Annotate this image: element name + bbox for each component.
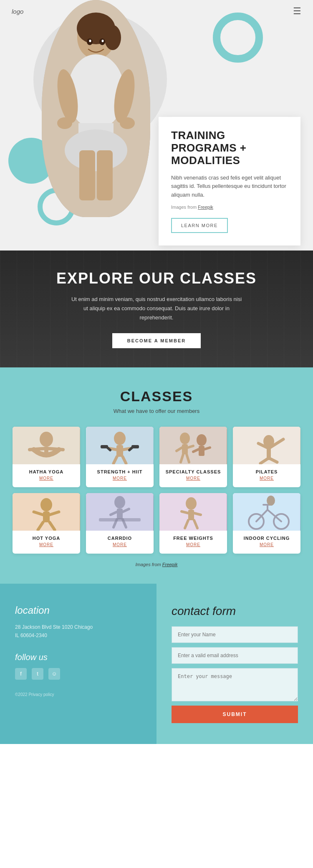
class-card-cardio: CARRDIO MORE <box>86 493 154 554</box>
svg-line-22 <box>46 448 63 450</box>
svg-rect-54 <box>43 511 50 522</box>
class-card-free-weights: FREE WEIGHTS MORE <box>159 493 227 554</box>
svg-rect-13 <box>97 150 113 200</box>
svg-point-53 <box>40 498 52 511</box>
become-member-button[interactable]: BECOME A MEMBER <box>112 333 201 348</box>
class-more-indoor-cycling[interactable]: MORE <box>260 542 274 547</box>
svg-rect-36 <box>182 444 188 454</box>
class-name-cardio: CARRDIO <box>108 536 132 541</box>
facebook-icon[interactable]: f <box>15 668 27 680</box>
class-image-hot-yoga <box>13 493 80 531</box>
contact-form-title: contact form <box>172 605 298 618</box>
hero-title: TRAINING PROGRAMS + MODALITIES <box>171 129 288 167</box>
class-more-strength-hiit[interactable]: MORE <box>113 476 127 481</box>
svg-rect-61 <box>117 509 123 519</box>
svg-rect-69 <box>188 510 194 520</box>
svg-line-70 <box>182 511 188 513</box>
classes-section: CLASSES What we have to offer our member… <box>0 367 313 584</box>
follow-us-title: follow us <box>15 653 141 662</box>
contact-name-input[interactable] <box>172 626 298 643</box>
freepik-link[interactable]: Freepik <box>198 205 213 210</box>
location-panel: location 28 Jackson Blvd Ste 1020 Chicag… <box>0 584 156 744</box>
class-image-specialty <box>159 427 227 464</box>
class-card-indoor-cycling: INDOOR CYCLING MORE <box>233 493 300 554</box>
svg-point-68 <box>186 497 197 510</box>
class-name-pilates: PILATES <box>256 469 278 474</box>
classes-image-credit: Images from Freepik <box>13 562 300 567</box>
svg-rect-31 <box>131 445 139 448</box>
svg-point-81 <box>267 496 275 506</box>
svg-line-71 <box>194 513 201 515</box>
class-name-strength-hiit: STRENGTH + HIIT <box>97 469 143 474</box>
logo: logo <box>12 8 23 15</box>
contact-form: SUBMIT <box>172 626 298 723</box>
location-title: location <box>15 605 141 616</box>
location-address: 28 Jackson Blvd Ste 1020 Chicago IL 6060… <box>15 623 141 640</box>
svg-rect-66 <box>99 518 141 521</box>
hamburger-menu-icon[interactable]: ☰ <box>293 6 301 17</box>
class-card-specialty: SPECIALTY CLASSES MORE <box>159 427 227 487</box>
class-image-cardio <box>86 493 154 531</box>
contact-panel: contact form SUBMIT <box>156 584 313 744</box>
instagram-icon[interactable]: ☺ <box>48 668 60 680</box>
svg-rect-30 <box>101 445 108 448</box>
classes-freepik-link[interactable]: Freepik <box>162 562 178 567</box>
svg-point-35 <box>180 433 190 444</box>
hero-person-image <box>42 0 150 217</box>
class-more-hatha-yoga[interactable]: MORE <box>39 476 53 481</box>
header: logo ☰ <box>0 0 313 23</box>
class-image-indoor-cycling <box>233 493 300 531</box>
class-card-hatha-yoga: HATHA YOGA MORE <box>13 427 80 487</box>
learn-more-button[interactable]: LEARN MORE <box>171 218 228 233</box>
hero-section: TRAINING PROGRAMS + MODALITIES Nibh vene… <box>0 0 313 251</box>
class-name-free-weights: FREE WEIGHTS <box>173 536 213 541</box>
svg-line-42 <box>204 448 210 449</box>
class-image-strength-hiit <box>86 427 154 464</box>
class-card-hot-yoga: HOT YOGA MORE <box>13 493 80 554</box>
class-name-hatha-yoga: HATHA YOGA <box>29 469 64 474</box>
class-more-cardio[interactable]: MORE <box>113 542 127 547</box>
svg-rect-25 <box>116 445 123 457</box>
contact-message-input[interactable] <box>172 668 298 701</box>
class-more-hot-yoga[interactable]: MORE <box>39 542 53 547</box>
svg-point-11 <box>65 129 127 171</box>
svg-point-39 <box>197 434 207 446</box>
contact-submit-button[interactable]: SUBMIT <box>172 706 298 723</box>
social-icons-container: f t ☺ <box>15 668 141 680</box>
class-image-free-weights <box>159 493 227 531</box>
classes-subtitle: What we have to offer our members <box>13 408 300 414</box>
class-more-specialty[interactable]: MORE <box>186 476 200 481</box>
bottom-section: location 28 Jackson Blvd Ste 1020 Chicag… <box>0 584 313 744</box>
svg-point-19 <box>40 432 53 447</box>
twitter-icon[interactable]: t <box>32 668 43 680</box>
explore-section: EXPLORE OUR CLASSES Ut enim ad minim ven… <box>0 251 313 367</box>
person-silhouette <box>42 0 150 217</box>
svg-rect-12 <box>79 150 95 200</box>
classes-title: CLASSES <box>13 388 300 405</box>
svg-point-24 <box>114 432 126 445</box>
class-more-free-weights[interactable]: MORE <box>186 542 200 547</box>
class-name-hot-yoga: HOT YOGA <box>33 536 60 541</box>
explore-description: Ut enim ad minim veniam, quis nostrud ex… <box>69 295 244 322</box>
classes-grid: HATHA YOGA MORE STRENGTH + HIIT MORE SPE… <box>13 427 300 554</box>
svg-point-3 <box>104 25 121 50</box>
svg-rect-74 <box>233 493 300 531</box>
class-card-pilates: PILATES MORE <box>233 427 300 487</box>
class-card-strength-hiit: STRENGTH + HIIT MORE <box>86 427 154 487</box>
hero-description: Nibh venenatis cras sed felis eget velit… <box>171 174 288 200</box>
svg-line-21 <box>30 448 46 450</box>
svg-point-16 <box>89 40 91 42</box>
svg-line-38 <box>188 446 193 448</box>
class-image-hatha-yoga <box>13 427 80 464</box>
hero-image-credit: Images from Freepik <box>171 204 288 211</box>
explore-title: EXPLORE OUR CLASSES <box>56 270 257 287</box>
svg-point-8 <box>57 117 72 129</box>
hero-card: TRAINING PROGRAMS + MODALITIES Nibh vene… <box>159 117 300 245</box>
class-name-indoor-cycling: INDOOR CYCLING <box>244 536 290 541</box>
contact-email-input[interactable] <box>172 647 298 664</box>
class-more-pilates[interactable]: MORE <box>260 476 274 481</box>
svg-rect-40 <box>199 446 204 456</box>
svg-point-17 <box>102 40 104 42</box>
class-image-pilates <box>233 427 300 464</box>
class-name-specialty: SPECIALTY CLASSES <box>166 469 221 474</box>
